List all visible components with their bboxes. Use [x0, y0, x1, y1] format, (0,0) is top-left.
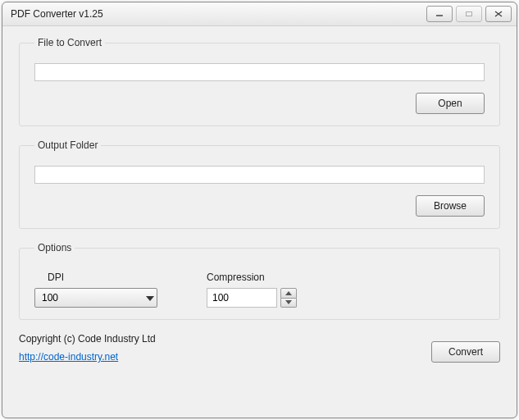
compression-input[interactable]: [207, 288, 277, 308]
dpi-option: DPI 100: [34, 272, 157, 308]
client-area: File to Convert Open Output Folder Brows…: [2, 25, 517, 418]
open-button[interactable]: Open: [416, 93, 485, 114]
dpi-label: DPI: [34, 272, 157, 283]
minimize-icon: [435, 11, 444, 17]
maximize-icon: [465, 11, 473, 17]
file-to-convert-group: File to Convert Open: [19, 37, 500, 126]
options-group: Options DPI 100 Compression: [19, 242, 500, 320]
output-folder-group: Output Folder Browse: [19, 139, 500, 229]
options-group-legend: Options: [34, 242, 75, 253]
compression-spinner: [207, 288, 297, 308]
output-group-legend: Output Folder: [34, 139, 101, 151]
compression-label: Compression: [207, 272, 297, 283]
titlebar: PDF Converter v1.25: [2, 2, 517, 26]
chevron-down-icon: [285, 300, 292, 304]
close-button[interactable]: [485, 6, 512, 22]
copyright-text: Copyright (c) Code Industry Ltd: [19, 333, 156, 345]
svg-rect-1: [467, 12, 472, 16]
vendor-link[interactable]: http://code-industry.net: [19, 351, 156, 363]
chevron-up-icon: [285, 291, 292, 295]
maximize-button: [456, 6, 482, 22]
output-folder-input[interactable]: [34, 166, 485, 184]
app-window: PDF Converter v1.25 File to Convert Open…: [2, 2, 517, 418]
convert-button[interactable]: Convert: [431, 341, 500, 363]
file-path-input[interactable]: [34, 63, 485, 81]
compression-step-down[interactable]: [280, 299, 297, 308]
compression-option: Compression: [207, 272, 297, 308]
file-group-legend: File to Convert: [34, 37, 105, 48]
minimize-button[interactable]: [426, 6, 453, 22]
dpi-combobox[interactable]: 100: [34, 288, 157, 308]
dpi-value: 100: [42, 292, 58, 304]
footer: Copyright (c) Code Industry Ltd http://c…: [19, 333, 500, 363]
compression-step-up[interactable]: [280, 288, 297, 299]
svg-marker-6: [285, 300, 292, 304]
window-controls: [423, 6, 512, 22]
svg-marker-5: [285, 291, 292, 295]
close-icon: [494, 11, 503, 17]
browse-button[interactable]: Browse: [416, 195, 485, 217]
window-title: PDF Converter v1.25: [11, 8, 423, 20]
